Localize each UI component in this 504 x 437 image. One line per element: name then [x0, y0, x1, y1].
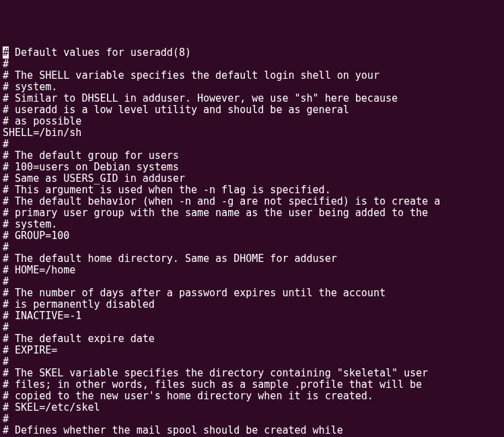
file-line: # Defines whether the mail spool should … [3, 425, 501, 436]
file-line: # The default expire date [3, 333, 501, 345]
file-line: # Default values for useradd(8) [3, 47, 501, 59]
line-text: Default values for useradd(8) [9, 46, 191, 59]
file-line: # INACTIVE=-1 [3, 310, 501, 322]
file-line: # system. [3, 219, 501, 230]
file-line: # SKEL=/etc/skel [3, 402, 501, 413]
file-line: # EXPIRE= [3, 345, 501, 356]
file-line: # The number of days after a password ex… [3, 288, 501, 299]
file-line: # is permanently disabled [3, 299, 501, 310]
file-line: # [3, 322, 501, 333]
file-line: # The SHELL variable specifies the defau… [3, 70, 501, 81]
file-line: # The SKEL variable specifies the direct… [3, 368, 501, 379]
file-line: # files; in other words, files such as a… [3, 379, 501, 391]
file-line: # Similar to DHSELL in adduser. However,… [3, 93, 501, 104]
file-line: # The default behavior (when -n and -g a… [3, 196, 501, 207]
text-cursor: # [3, 46, 9, 59]
file-line: # GROUP=100 [3, 230, 501, 242]
file-line: # [3, 242, 501, 253]
file-line: # [3, 356, 501, 368]
file-line: # primary user group with the same name … [3, 207, 501, 219]
file-line: # The default home directory. Same as DH… [3, 253, 501, 265]
file-line: # [3, 59, 501, 70]
terminal-viewport[interactable]: # Default values for useradd(8)## The SH… [3, 47, 501, 437]
file-line: SHELL=/bin/sh [3, 127, 501, 139]
file-line: # [3, 413, 501, 425]
file-line: # The default group for users [3, 150, 501, 162]
file-line: # HOME=/home [3, 265, 501, 276]
file-line: # as possible [3, 116, 501, 127]
file-line: # [3, 139, 501, 150]
file-line: # [3, 276, 501, 288]
file-line: # Same as USERS_GID in adduser [3, 173, 501, 184]
file-line: # 100=users on Debian systems [3, 162, 501, 173]
file-line: # useradd is a low level utility and sho… [3, 104, 501, 116]
file-line: # This argument is used when the -n flag… [3, 184, 501, 196]
file-line: # system. [3, 81, 501, 93]
file-line: # copied to the new user's home director… [3, 391, 501, 402]
